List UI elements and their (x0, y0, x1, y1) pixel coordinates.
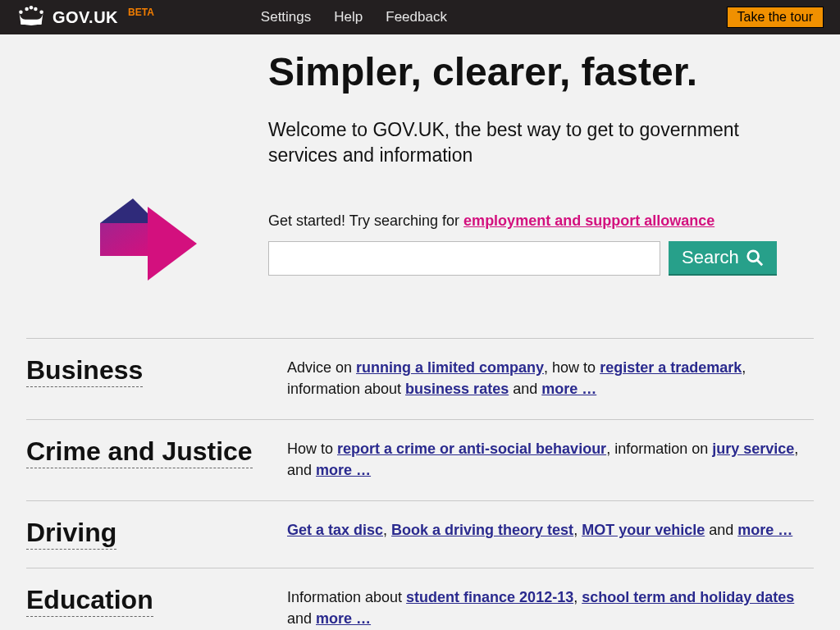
category-title-link[interactable]: Education (26, 585, 153, 617)
category-link[interactable]: student finance 2012-13 (406, 589, 573, 605)
svg-marker-8 (148, 207, 197, 281)
category-row: EducationInformation about student finan… (26, 568, 814, 630)
svg-point-1 (25, 7, 28, 11)
welcome-text: Welcome to GOV.UK, the best way to get t… (268, 117, 806, 168)
beta-badge: BETA (128, 7, 154, 18)
category-row: Crime and JusticeHow to report a crime o… (26, 419, 814, 500)
logo[interactable]: GOV.UK BETA (16, 6, 154, 29)
category-title: Crime and Justice (26, 436, 287, 481)
hero-graphic (26, 34, 268, 297)
svg-point-0 (19, 10, 23, 14)
category-link[interactable]: more … (541, 381, 596, 397)
nav-settings[interactable]: Settings (261, 9, 311, 25)
crown-icon (16, 6, 46, 29)
arrow-icon (98, 199, 197, 289)
category-link[interactable]: school term and holiday dates (582, 589, 794, 605)
site-name: GOV.UK (52, 8, 118, 27)
search-suggestion-link[interactable]: employment and support allowance (463, 212, 714, 229)
category-link[interactable]: more … (316, 462, 371, 478)
svg-point-2 (30, 6, 34, 10)
category-row: DrivingGet a tax disc, Book a driving th… (26, 500, 814, 568)
category-title-link[interactable]: Crime and Justice (26, 436, 253, 468)
hero-section: Simpler, clearer, faster. Welcome to GOV… (26, 34, 814, 297)
category-description: Advice on running a limited company, how… (287, 355, 814, 399)
category-link[interactable]: Get a tax disc (287, 522, 383, 538)
search-icon (746, 249, 764, 267)
category-title: Education (26, 585, 287, 629)
category-link[interactable]: MOT your vehicle (582, 522, 705, 538)
category-link[interactable]: more … (737, 522, 792, 538)
svg-line-11 (756, 260, 761, 265)
category-title-link[interactable]: Driving (26, 518, 116, 550)
page-headline: Simpler, clearer, faster. (268, 51, 806, 94)
category-row: BusinessAdvice on running a limited comp… (26, 338, 814, 419)
nav-feedback[interactable]: Feedback (386, 9, 447, 25)
category-link[interactable]: jury service (712, 441, 794, 457)
category-title: Business (26, 355, 287, 399)
categories-list: BusinessAdvice on running a limited comp… (26, 338, 814, 630)
search-button-label: Search (682, 247, 739, 268)
category-link[interactable]: Book a driving theory test (391, 522, 573, 538)
nav-help[interactable]: Help (334, 9, 363, 25)
category-link[interactable]: business rates (405, 381, 509, 397)
category-title-link[interactable]: Business (26, 355, 143, 387)
category-description: Information about student finance 2012-1… (287, 585, 814, 629)
svg-point-4 (39, 10, 43, 14)
category-link[interactable]: more … (316, 610, 371, 627)
top-header: GOV.UK BETA Settings Help Feedback Take … (0, 0, 840, 34)
svg-point-10 (747, 251, 758, 262)
search-prompt: Get started! Try searching for employmen… (268, 212, 806, 230)
svg-marker-9 (100, 223, 148, 256)
category-link[interactable]: running a limited company (356, 359, 544, 376)
category-title: Driving (26, 518, 287, 548)
svg-point-3 (34, 7, 38, 11)
prompt-prefix: Get started! Try searching for (268, 212, 463, 229)
category-description: Get a tax disc, Book a driving theory te… (287, 518, 814, 548)
search-input[interactable] (268, 241, 660, 276)
search-button[interactable]: Search (669, 241, 777, 276)
category-description: How to report a crime or anti-social beh… (287, 436, 814, 481)
category-link[interactable]: register a trademark (600, 359, 742, 376)
top-nav: Settings Help Feedback (261, 9, 447, 25)
category-link[interactable]: report a crime or anti-social behaviour (337, 441, 606, 457)
search-row: Search (268, 241, 806, 276)
take-tour-button[interactable]: Take the tour (727, 7, 824, 28)
svg-rect-5 (21, 22, 41, 25)
